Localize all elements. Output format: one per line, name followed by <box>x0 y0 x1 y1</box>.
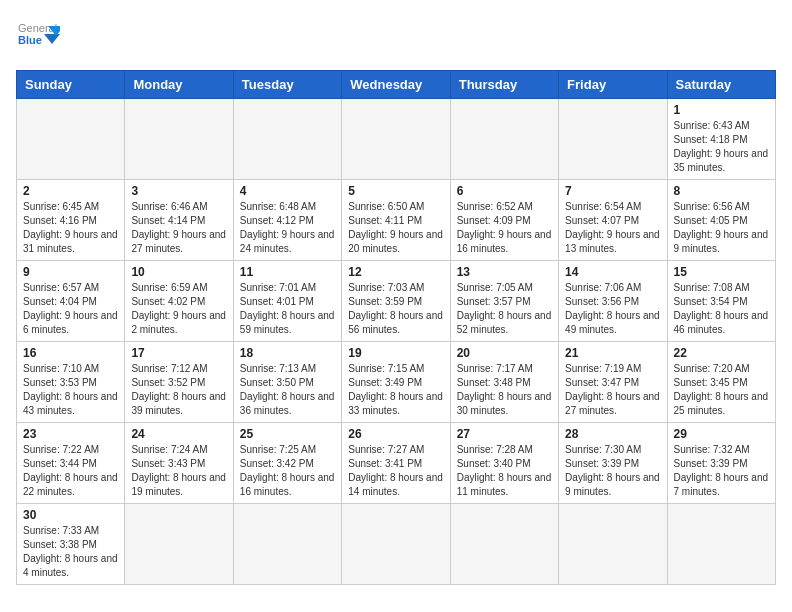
calendar-day-cell <box>125 504 233 585</box>
day-number: 14 <box>565 265 660 279</box>
day-info: Sunrise: 7:01 AM Sunset: 4:01 PM Dayligh… <box>240 281 335 337</box>
day-info: Sunrise: 7:28 AM Sunset: 3:40 PM Dayligh… <box>457 443 552 499</box>
calendar-day-cell: 12Sunrise: 7:03 AM Sunset: 3:59 PM Dayli… <box>342 261 450 342</box>
calendar-day-cell: 4Sunrise: 6:48 AM Sunset: 4:12 PM Daylig… <box>233 180 341 261</box>
day-info: Sunrise: 6:56 AM Sunset: 4:05 PM Dayligh… <box>674 200 769 256</box>
calendar-week-row: 2Sunrise: 6:45 AM Sunset: 4:16 PM Daylig… <box>17 180 776 261</box>
calendar-day-cell <box>667 504 775 585</box>
weekday-header-row: SundayMondayTuesdayWednesdayThursdayFrid… <box>17 71 776 99</box>
calendar-day-cell: 9Sunrise: 6:57 AM Sunset: 4:04 PM Daylig… <box>17 261 125 342</box>
calendar-day-cell <box>450 99 558 180</box>
calendar-day-cell: 28Sunrise: 7:30 AM Sunset: 3:39 PM Dayli… <box>559 423 667 504</box>
day-number: 10 <box>131 265 226 279</box>
day-number: 27 <box>457 427 552 441</box>
day-info: Sunrise: 7:10 AM Sunset: 3:53 PM Dayligh… <box>23 362 118 418</box>
weekday-header-cell: Wednesday <box>342 71 450 99</box>
day-number: 16 <box>23 346 118 360</box>
calendar-day-cell: 10Sunrise: 6:59 AM Sunset: 4:02 PM Dayli… <box>125 261 233 342</box>
logo: General Blue <box>16 16 60 60</box>
day-number: 6 <box>457 184 552 198</box>
calendar-day-cell <box>233 504 341 585</box>
day-info: Sunrise: 7:15 AM Sunset: 3:49 PM Dayligh… <box>348 362 443 418</box>
calendar-day-cell: 21Sunrise: 7:19 AM Sunset: 3:47 PM Dayli… <box>559 342 667 423</box>
calendar-day-cell: 2Sunrise: 6:45 AM Sunset: 4:16 PM Daylig… <box>17 180 125 261</box>
calendar-body: 1Sunrise: 6:43 AM Sunset: 4:18 PM Daylig… <box>17 99 776 585</box>
calendar-day-cell: 30Sunrise: 7:33 AM Sunset: 3:38 PM Dayli… <box>17 504 125 585</box>
day-info: Sunrise: 7:06 AM Sunset: 3:56 PM Dayligh… <box>565 281 660 337</box>
day-info: Sunrise: 7:13 AM Sunset: 3:50 PM Dayligh… <box>240 362 335 418</box>
calendar-day-cell: 25Sunrise: 7:25 AM Sunset: 3:42 PM Dayli… <box>233 423 341 504</box>
calendar-day-cell: 11Sunrise: 7:01 AM Sunset: 4:01 PM Dayli… <box>233 261 341 342</box>
calendar-day-cell <box>559 504 667 585</box>
day-number: 8 <box>674 184 769 198</box>
calendar-day-cell: 27Sunrise: 7:28 AM Sunset: 3:40 PM Dayli… <box>450 423 558 504</box>
day-number: 13 <box>457 265 552 279</box>
day-number: 17 <box>131 346 226 360</box>
calendar-day-cell: 1Sunrise: 6:43 AM Sunset: 4:18 PM Daylig… <box>667 99 775 180</box>
calendar-day-cell: 24Sunrise: 7:24 AM Sunset: 3:43 PM Dayli… <box>125 423 233 504</box>
calendar-day-cell: 19Sunrise: 7:15 AM Sunset: 3:49 PM Dayli… <box>342 342 450 423</box>
calendar-table: SundayMondayTuesdayWednesdayThursdayFrid… <box>16 70 776 585</box>
calendar-day-cell: 13Sunrise: 7:05 AM Sunset: 3:57 PM Dayli… <box>450 261 558 342</box>
generalblue-logo-icon: General Blue <box>16 16 60 60</box>
calendar-day-cell <box>17 99 125 180</box>
day-number: 12 <box>348 265 443 279</box>
day-number: 1 <box>674 103 769 117</box>
day-info: Sunrise: 7:33 AM Sunset: 3:38 PM Dayligh… <box>23 524 118 580</box>
calendar-day-cell <box>342 504 450 585</box>
calendar-day-cell: 18Sunrise: 7:13 AM Sunset: 3:50 PM Dayli… <box>233 342 341 423</box>
day-number: 5 <box>348 184 443 198</box>
day-number: 28 <box>565 427 660 441</box>
calendar-day-cell: 16Sunrise: 7:10 AM Sunset: 3:53 PM Dayli… <box>17 342 125 423</box>
day-info: Sunrise: 7:08 AM Sunset: 3:54 PM Dayligh… <box>674 281 769 337</box>
day-number: 7 <box>565 184 660 198</box>
calendar-week-row: 16Sunrise: 7:10 AM Sunset: 3:53 PM Dayli… <box>17 342 776 423</box>
calendar-day-cell: 7Sunrise: 6:54 AM Sunset: 4:07 PM Daylig… <box>559 180 667 261</box>
calendar-day-cell: 14Sunrise: 7:06 AM Sunset: 3:56 PM Dayli… <box>559 261 667 342</box>
day-number: 2 <box>23 184 118 198</box>
day-info: Sunrise: 7:19 AM Sunset: 3:47 PM Dayligh… <box>565 362 660 418</box>
day-number: 9 <box>23 265 118 279</box>
day-info: Sunrise: 6:43 AM Sunset: 4:18 PM Dayligh… <box>674 119 769 175</box>
weekday-header-cell: Monday <box>125 71 233 99</box>
day-info: Sunrise: 6:50 AM Sunset: 4:11 PM Dayligh… <box>348 200 443 256</box>
day-info: Sunrise: 7:05 AM Sunset: 3:57 PM Dayligh… <box>457 281 552 337</box>
day-info: Sunrise: 7:03 AM Sunset: 3:59 PM Dayligh… <box>348 281 443 337</box>
calendar-day-cell <box>559 99 667 180</box>
day-number: 30 <box>23 508 118 522</box>
calendar-week-row: 1Sunrise: 6:43 AM Sunset: 4:18 PM Daylig… <box>17 99 776 180</box>
weekday-header-cell: Tuesday <box>233 71 341 99</box>
calendar-day-cell <box>125 99 233 180</box>
day-number: 26 <box>348 427 443 441</box>
day-info: Sunrise: 7:20 AM Sunset: 3:45 PM Dayligh… <box>674 362 769 418</box>
day-number: 3 <box>131 184 226 198</box>
weekday-header-cell: Sunday <box>17 71 125 99</box>
day-info: Sunrise: 7:30 AM Sunset: 3:39 PM Dayligh… <box>565 443 660 499</box>
day-number: 20 <box>457 346 552 360</box>
weekday-header-cell: Friday <box>559 71 667 99</box>
calendar-week-row: 9Sunrise: 6:57 AM Sunset: 4:04 PM Daylig… <box>17 261 776 342</box>
calendar-day-cell: 20Sunrise: 7:17 AM Sunset: 3:48 PM Dayli… <box>450 342 558 423</box>
day-number: 19 <box>348 346 443 360</box>
weekday-header-cell: Thursday <box>450 71 558 99</box>
calendar-day-cell: 3Sunrise: 6:46 AM Sunset: 4:14 PM Daylig… <box>125 180 233 261</box>
day-info: Sunrise: 6:46 AM Sunset: 4:14 PM Dayligh… <box>131 200 226 256</box>
weekday-header-cell: Saturday <box>667 71 775 99</box>
svg-text:Blue: Blue <box>18 34 42 46</box>
day-number: 23 <box>23 427 118 441</box>
day-info: Sunrise: 6:48 AM Sunset: 4:12 PM Dayligh… <box>240 200 335 256</box>
day-number: 21 <box>565 346 660 360</box>
calendar-day-cell: 26Sunrise: 7:27 AM Sunset: 3:41 PM Dayli… <box>342 423 450 504</box>
calendar-week-row: 30Sunrise: 7:33 AM Sunset: 3:38 PM Dayli… <box>17 504 776 585</box>
day-info: Sunrise: 7:24 AM Sunset: 3:43 PM Dayligh… <box>131 443 226 499</box>
day-info: Sunrise: 6:54 AM Sunset: 4:07 PM Dayligh… <box>565 200 660 256</box>
page-header: General Blue <box>16 16 776 60</box>
day-number: 29 <box>674 427 769 441</box>
day-info: Sunrise: 6:45 AM Sunset: 4:16 PM Dayligh… <box>23 200 118 256</box>
day-number: 4 <box>240 184 335 198</box>
calendar-day-cell: 5Sunrise: 6:50 AM Sunset: 4:11 PM Daylig… <box>342 180 450 261</box>
calendar-day-cell <box>450 504 558 585</box>
calendar-day-cell <box>233 99 341 180</box>
day-number: 25 <box>240 427 335 441</box>
day-info: Sunrise: 7:22 AM Sunset: 3:44 PM Dayligh… <box>23 443 118 499</box>
